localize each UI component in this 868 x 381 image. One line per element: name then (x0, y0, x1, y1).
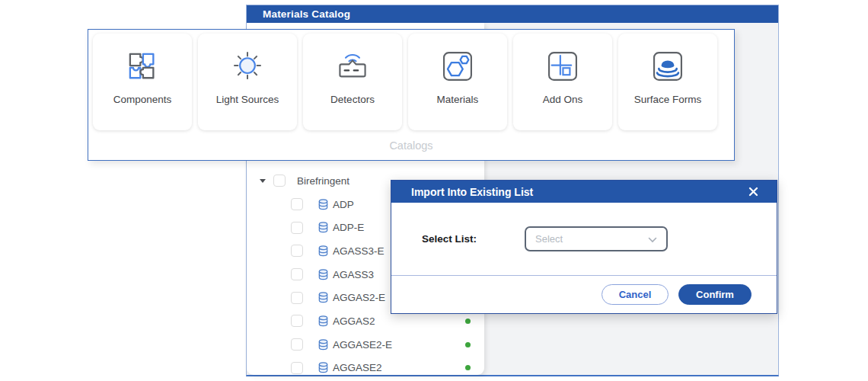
tree-item-label: AGASS3 (333, 269, 374, 280)
dialog-footer: Cancel Confirm (391, 276, 777, 313)
database-icon (318, 339, 328, 351)
tree-item-label: Birefringent (297, 175, 349, 187)
dome-icon (648, 42, 688, 91)
catalogs-ribbon-panel: Components Light Sources (88, 29, 735, 161)
checkbox[interactable] (291, 268, 303, 280)
checkbox[interactable] (273, 174, 286, 187)
plus-square-icon (543, 42, 582, 91)
select-list-dropdown[interactable]: Select (525, 226, 668, 251)
tree-item-label: AGGASE2-E (333, 339, 392, 351)
detector-icon (333, 42, 372, 91)
hexagons-icon (438, 42, 477, 91)
status-dot (465, 365, 471, 370)
catalog-card-materials[interactable]: Materials (408, 34, 507, 130)
catalog-cards: Components Light Sources (88, 30, 734, 130)
puzzle-icon (123, 42, 162, 91)
checkbox[interactable] (291, 198, 303, 210)
confirm-button[interactable]: Confirm (678, 284, 752, 305)
tree-row[interactable]: AGGASE2 (247, 357, 484, 376)
catalog-card-surface-forms[interactable]: Surface Forms (618, 34, 717, 130)
checkbox[interactable] (291, 362, 303, 374)
tree-item-label: ADP-E (333, 222, 364, 233)
catalog-card-light-sources[interactable]: Light Sources (198, 34, 297, 130)
tree-item-label: AGASS3-E (333, 245, 385, 257)
window-titlebar[interactable]: Materials Catalog (247, 5, 778, 23)
expand-triangle-icon[interactable] (260, 179, 266, 183)
chevron-down-icon (648, 232, 657, 246)
database-icon (318, 222, 328, 233)
sun-icon (228, 42, 267, 91)
database-icon (318, 292, 328, 303)
catalog-card-label: Materials (437, 94, 479, 105)
catalog-card-label: Surface Forms (634, 94, 702, 105)
catalog-card-components[interactable]: Components (93, 34, 192, 130)
close-icon[interactable] (748, 187, 758, 197)
dialog-body: Select List: Select (391, 203, 777, 276)
import-into-existing-list-dialog: Import Into Existing List Select List: S… (391, 180, 777, 314)
tree-item-label: AGGAS2 (333, 315, 375, 327)
catalog-card-label: Add Ons (543, 94, 583, 105)
checkbox[interactable] (291, 292, 303, 304)
status-dot (465, 342, 471, 347)
checkbox[interactable] (291, 222, 303, 234)
tree-item-label: AGGASE2 (333, 362, 382, 373)
tree-row[interactable]: AGGASE2-E (247, 333, 484, 357)
catalog-card-label: Components (113, 94, 172, 105)
database-icon (318, 245, 328, 257)
select-list-label: Select List: (422, 233, 525, 245)
screenshot-canvas: Materials Catalog Birefringent ADP (0, 0, 868, 381)
catalog-card-label: Detectors (330, 94, 375, 105)
status-dot (465, 319, 471, 324)
tree-item-label: ADP (333, 199, 354, 210)
dialog-title: Import Into Existing List (411, 186, 533, 198)
catalog-card-detectors[interactable]: Detectors (303, 34, 402, 130)
ribbon-group-label: Catalogs (88, 139, 734, 152)
cancel-button[interactable]: Cancel (602, 284, 669, 305)
window-title: Materials Catalog (263, 8, 350, 20)
checkbox[interactable] (291, 315, 303, 327)
checkbox[interactable] (291, 338, 303, 351)
dialog-titlebar[interactable]: Import Into Existing List (391, 181, 777, 203)
tree-item-label: AGGAS2-E (333, 292, 385, 303)
dropdown-placeholder: Select (535, 233, 563, 245)
database-icon (318, 269, 328, 280)
catalog-card-label: Light Sources (216, 94, 279, 105)
database-icon (318, 315, 328, 327)
checkbox[interactable] (291, 245, 303, 257)
database-icon (318, 362, 328, 373)
catalog-card-add-ons[interactable]: Add Ons (513, 34, 612, 130)
database-icon (318, 199, 328, 210)
